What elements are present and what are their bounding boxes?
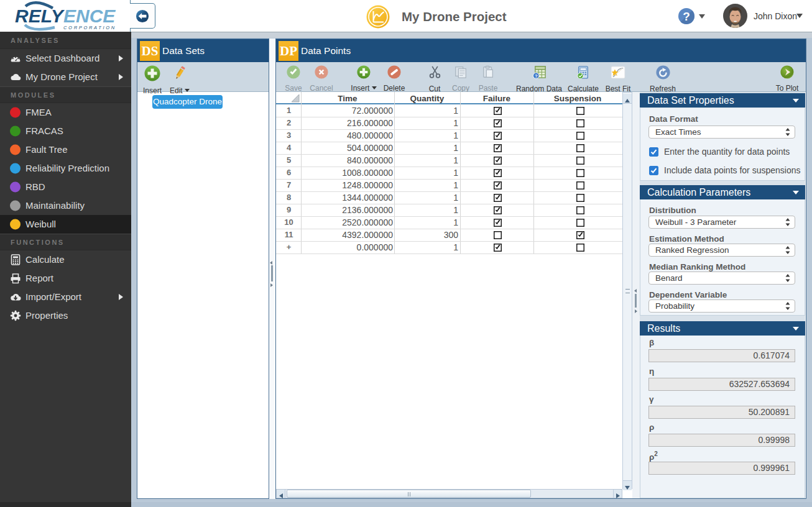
svg-text:CORPORATION: CORPORATION xyxy=(63,25,116,30)
svg-text:RELY: RELY xyxy=(15,6,65,26)
svg-text:?: ? xyxy=(683,10,690,23)
svg-text:ENCE: ENCE xyxy=(63,6,116,26)
svg-text:?: ? xyxy=(534,73,537,79)
